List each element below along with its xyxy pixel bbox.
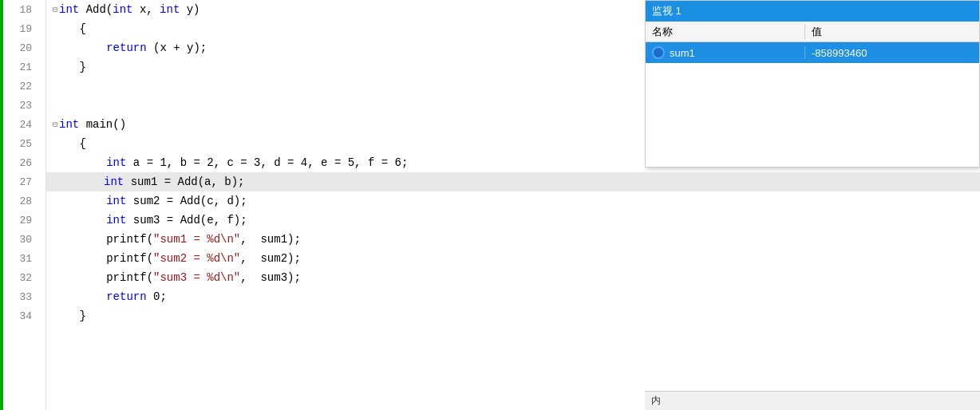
code-token: int [59, 118, 79, 131]
code-token: "sum3 = %d\n" [153, 271, 240, 284]
code-token: { [80, 22, 86, 35]
line-number-18: 18 [6, 4, 37, 16]
watch-empty-row [646, 63, 979, 84]
code-token: a = 1, b = 2, c = 3, d = 4, e = 5, f = 6… [126, 156, 408, 169]
line-gutter: 1819202122232425262728293031323334 [6, 0, 46, 410]
code-token: , sum3); [240, 271, 301, 284]
code-token: sum3 = Add(e, f); [126, 214, 247, 227]
line-number-30: 30 [6, 234, 37, 246]
code-token: Add( [79, 3, 113, 16]
editor-area: 1819202122232425262728293031323334 ⊟int … [0, 0, 980, 410]
code-token: int [160, 3, 180, 16]
code-token: return [106, 290, 146, 303]
code-token: int [106, 156, 126, 169]
line-number-28: 28 [6, 195, 37, 207]
watch-col-value-header: 值 [805, 25, 979, 39]
code-token: printf( [106, 252, 153, 265]
code-line-31: printf("sum2 = %d\n", sum2); [46, 249, 980, 268]
gutter-row-33: 33 [6, 287, 45, 306]
code-token: main() [79, 118, 126, 131]
watch-panel: 监视 1 名称 值 sum1 -858993460 [645, 0, 980, 168]
gutter-row-34: 34 [6, 306, 45, 325]
line-number-31: 31 [6, 253, 37, 265]
watch-row-name: sum1 [646, 46, 805, 59]
fold-icon-24[interactable]: ⊟ [53, 120, 57, 129]
line-number-33: 33 [6, 291, 37, 303]
code-token: printf( [106, 271, 153, 284]
line-number-29: 29 [6, 215, 37, 227]
code-token: , sum2); [240, 252, 301, 265]
code-token: y) [180, 3, 200, 16]
code-token: int [106, 214, 126, 227]
code-token: "sum2 = %d\n" [153, 252, 240, 265]
line-number-32: 32 [6, 272, 37, 284]
gutter-row-20: 20 [6, 38, 45, 57]
gutter-row-25: 25 [6, 134, 45, 153]
line-number-20: 20 [6, 42, 37, 54]
watch-header: 监视 1 [646, 1, 979, 22]
watch-data-row[interactable]: sum1 -858993460 [646, 42, 979, 63]
gutter-row-32: 32 [6, 268, 45, 287]
watch-row-value: -858993460 [805, 47, 979, 59]
code-token: } [80, 309, 86, 322]
code-token: int [59, 3, 79, 16]
code-token: int [113, 3, 132, 16]
code-token: sum1 = Add(a, b); [124, 175, 244, 188]
gutter-row-19: 19 [6, 19, 45, 38]
code-line-29: int sum3 = Add(e, f); [46, 211, 980, 230]
gutter-row-30: 30 [6, 230, 45, 249]
code-token: x, [132, 3, 160, 16]
line-number-21: 21 [6, 61, 37, 73]
code-line-33: return 0; [46, 287, 980, 306]
gutter-row-28: 28 [6, 191, 45, 211]
gutter-row-29: 29 [6, 211, 45, 230]
line-number-23: 23 [6, 100, 37, 112]
code-line-34: } [46, 306, 980, 325]
code-line-30: printf("sum1 = %d\n", sum1); [46, 230, 980, 249]
code-token: sum2 = Add(c, d); [126, 195, 247, 207]
bottom-tab-label: 内 [651, 394, 661, 408]
gutter-row-31: 31 [6, 249, 45, 268]
line-number-27: 27 [6, 176, 37, 188]
gutter-row-24: 24 [6, 115, 45, 134]
watch-variable-name: sum1 [670, 47, 695, 59]
line-number-26: 26 [6, 157, 37, 169]
code-token: (x + y); [147, 41, 207, 54]
gutter-row-26: 26 [6, 153, 45, 172]
line-number-34: 34 [6, 310, 37, 322]
gutter-row-18: 18 [6, 0, 45, 19]
code-token: int [104, 175, 124, 188]
gutter-row-23: 23 [6, 96, 45, 115]
gutter-row-27: 27 [6, 172, 45, 191]
watch-columns: 名称 值 [646, 22, 979, 42]
bottom-tab: 内 [645, 391, 980, 410]
code-token: } [80, 61, 86, 73]
code-line-27: ⇒ int sum1 = Add(a, b); [46, 172, 980, 191]
gutter-row-21: 21 [6, 57, 45, 77]
code-token: "sum1 = %d\n" [153, 233, 240, 246]
gutter-row-22: 22 [6, 77, 45, 96]
code-token: 0; [147, 290, 167, 303]
code-token: return [106, 41, 146, 54]
code-line-32: printf("sum3 = %d\n", sum3); [46, 268, 980, 287]
line-number-22: 22 [6, 81, 37, 93]
code-token: int [106, 195, 126, 207]
green-bar [0, 0, 3, 410]
watch-col-name-header: 名称 [646, 25, 805, 39]
left-margin [0, 0, 6, 410]
line-number-24: 24 [6, 119, 37, 131]
line-number-19: 19 [6, 23, 37, 35]
fold-icon-18[interactable]: ⊟ [53, 5, 57, 14]
code-token: { [80, 137, 86, 150]
code-token: printf( [106, 233, 153, 246]
debug-arrow-icon: ⇒ [46, 175, 47, 189]
line-number-25: 25 [6, 138, 37, 150]
code-token: , sum1); [240, 233, 301, 246]
code-line-28: int sum2 = Add(c, d); [46, 191, 980, 211]
watch-title: 监视 1 [652, 4, 682, 18]
watch-globe-icon [652, 46, 665, 59]
